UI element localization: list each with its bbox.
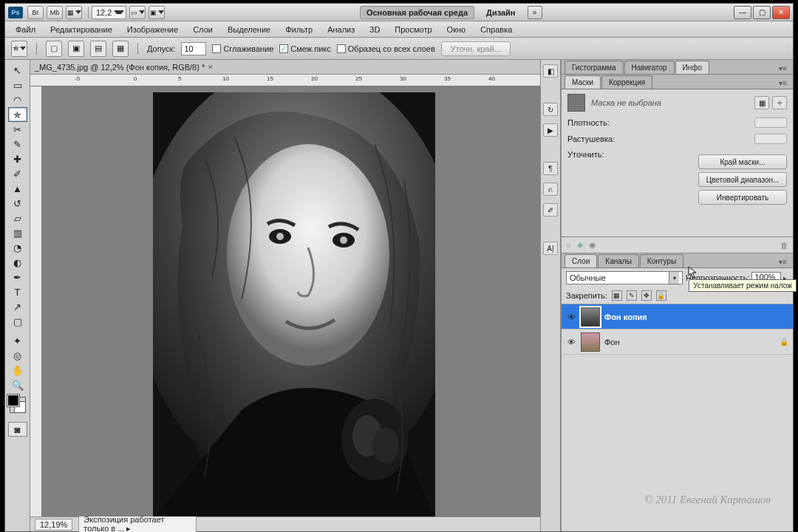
pixel-mask-icon[interactable]: ▦ <box>754 96 769 109</box>
tab-masks[interactable]: Маски <box>565 75 601 89</box>
strip-icon-3[interactable]: ▶ <box>543 123 558 137</box>
selection-sub-icon[interactable]: ▤ <box>90 41 106 57</box>
color-range-btn[interactable]: Цветовой диапазон... <box>698 172 787 187</box>
bridge-btn[interactable]: Br <box>27 6 44 19</box>
sample-all-check[interactable]: Образец со всех слоев <box>337 44 435 53</box>
tab-histogram[interactable]: Гистограмма <box>565 61 624 74</box>
menu-analysis[interactable]: Анализ <box>321 23 361 36</box>
tool-dodge[interactable]: ◐ <box>8 255 27 270</box>
layer-thumb[interactable] <box>581 332 600 352</box>
mask-foot-icon3[interactable]: ◉ <box>589 240 596 250</box>
status-zoom[interactable]: 12,19% <box>35 519 72 531</box>
layer-row[interactable]: 👁 Фон 🔒 <box>562 330 793 355</box>
tool-preset-icon[interactable]: ✯ <box>11 41 27 57</box>
lock-pixels-icon[interactable]: ✎ <box>627 290 637 301</box>
tool-shape[interactable]: ▢ <box>8 314 27 329</box>
lock-all-icon[interactable]: 🔒 <box>656 290 666 301</box>
tool-lasso[interactable]: ◠ <box>8 92 27 107</box>
workspace-main[interactable]: Основная рабочая среда <box>360 6 474 19</box>
tool-move[interactable]: ↖ <box>8 63 27 78</box>
tool-marquee[interactable]: ▭ <box>8 78 27 92</box>
tab-layers[interactable]: Слои <box>565 254 597 267</box>
mask-foot-icon2[interactable]: ◈ <box>577 240 583 250</box>
view-extras-btn[interactable]: ▦ <box>66 6 82 19</box>
mask-foot-icon1[interactable]: ○ <box>566 241 571 250</box>
tool-3d[interactable]: ✦ <box>8 333 27 348</box>
masks-menu-icon[interactable]: ▾≡ <box>776 78 790 89</box>
menu-edit[interactable]: Редактирование <box>44 23 118 36</box>
tab-adjustments[interactable]: Коррекция <box>601 75 652 89</box>
tool-hand[interactable]: ✋ <box>8 363 27 378</box>
screen-mode-btn[interactable]: ▣ <box>149 6 165 19</box>
feather-field[interactable] <box>754 134 787 144</box>
menu-file[interactable]: Файл <box>10 23 41 36</box>
menu-help[interactable]: Справка <box>474 23 518 36</box>
mask-foot-icon4[interactable]: 🗑 <box>780 241 788 250</box>
minibridge-btn[interactable]: Mb <box>47 6 63 19</box>
zoom-level[interactable]: 12,2 <box>92 6 126 19</box>
tool-gradient[interactable]: ▥ <box>8 225 27 240</box>
contiguous-check[interactable]: ✓Смеж.пикс <box>279 44 330 53</box>
tool-blur[interactable]: ◔ <box>8 240 27 255</box>
invert-btn[interactable]: Инвертировать <box>698 190 787 205</box>
tolerance-input[interactable] <box>181 42 206 55</box>
tool-type[interactable]: T <box>8 284 27 299</box>
tab-paths[interactable]: Контуры <box>640 254 683 267</box>
tab-info[interactable]: Инфо <box>675 61 710 74</box>
layer-thumb[interactable] <box>581 307 600 327</box>
tool-crop[interactable]: ✂ <box>8 122 27 137</box>
strip-icon-1[interactable]: ◧ <box>543 64 558 78</box>
tool-magic-wand[interactable]: ✯ <box>8 107 27 122</box>
selection-new-icon[interactable]: ▢ <box>46 41 62 57</box>
strip-icon-7[interactable]: A| <box>543 242 558 255</box>
menu-filter[interactable]: Фильтр <box>279 23 318 36</box>
tool-brush[interactable]: ✐ <box>8 166 27 181</box>
visibility-icon[interactable]: 👁 <box>566 312 576 322</box>
vector-mask-icon[interactable]: ✧ <box>772 96 787 109</box>
strip-icon-5[interactable]: ⎌ <box>543 183 558 196</box>
lock-position-icon[interactable]: ✥ <box>641 290 652 301</box>
menu-select[interactable]: Выделение <box>222 23 276 36</box>
menu-3d[interactable]: 3D <box>364 23 386 36</box>
document-tab[interactable]: _MG_4735.jpg @ 12,2% (Фон копия, RGB/8) … <box>30 60 540 75</box>
tool-eraser[interactable]: ▱ <box>8 211 27 225</box>
tool-healing[interactable]: ✚ <box>8 151 27 166</box>
strip-icon-6[interactable]: ✐ <box>543 203 558 216</box>
tool-stamp[interactable]: ▲ <box>8 181 27 196</box>
tab-channels[interactable]: Каналы <box>598 254 639 267</box>
tool-path[interactable]: ↗ <box>8 299 27 314</box>
menu-image[interactable]: Изображение <box>121 23 184 36</box>
tool-zoom[interactable]: 🔍 <box>8 378 27 392</box>
lock-transparent-icon[interactable]: ▦ <box>612 290 622 301</box>
blend-mode-select[interactable]: Обычные ▾ <box>566 271 683 284</box>
arrange-btn[interactable]: ▭ <box>129 6 146 19</box>
strip-icon-4[interactable]: ¶ <box>543 162 558 175</box>
panel1-menu-icon[interactable]: ▾≡ <box>776 63 790 74</box>
selection-add-icon[interactable]: ▣ <box>68 41 84 57</box>
strip-icon-2[interactable]: ↻ <box>543 103 558 116</box>
tab-close-icon[interactable]: ✕ <box>208 64 215 71</box>
selection-intersect-icon[interactable]: ▦ <box>112 41 129 57</box>
quick-mask-icon[interactable]: ◙ <box>8 422 27 437</box>
color-swatch[interactable] <box>10 397 26 413</box>
tool-3d-cam[interactable]: ◎ <box>8 348 27 363</box>
refine-edge-btn[interactable]: Уточн. край... <box>441 41 511 56</box>
layer-row[interactable]: 👁 Фон копия <box>562 304 793 330</box>
mask-edge-btn[interactable]: Край маски... <box>698 154 787 169</box>
minimize-btn[interactable]: — <box>734 6 751 19</box>
density-field[interactable] <box>754 117 787 128</box>
workspace-more[interactable]: » <box>528 6 542 19</box>
menu-view[interactable]: Просмотр <box>389 23 437 36</box>
menu-layer[interactable]: Слои <box>187 23 219 36</box>
layers-menu-icon[interactable]: ▾≡ <box>776 256 790 267</box>
tool-pen[interactable]: ✒ <box>8 270 27 284</box>
tool-eyedropper[interactable]: ✎ <box>8 137 27 151</box>
antialias-check[interactable]: Сглаживание <box>212 44 273 53</box>
maximize-btn[interactable]: ▢ <box>753 6 771 19</box>
canvas[interactable] <box>42 86 540 516</box>
workspace-design[interactable]: Дизайн <box>480 7 521 18</box>
visibility-icon[interactable]: 👁 <box>566 337 576 347</box>
tool-history-brush[interactable]: ↺ <box>8 196 27 211</box>
menu-window[interactable]: Окно <box>441 23 472 36</box>
close-btn[interactable]: ✕ <box>772 6 790 19</box>
